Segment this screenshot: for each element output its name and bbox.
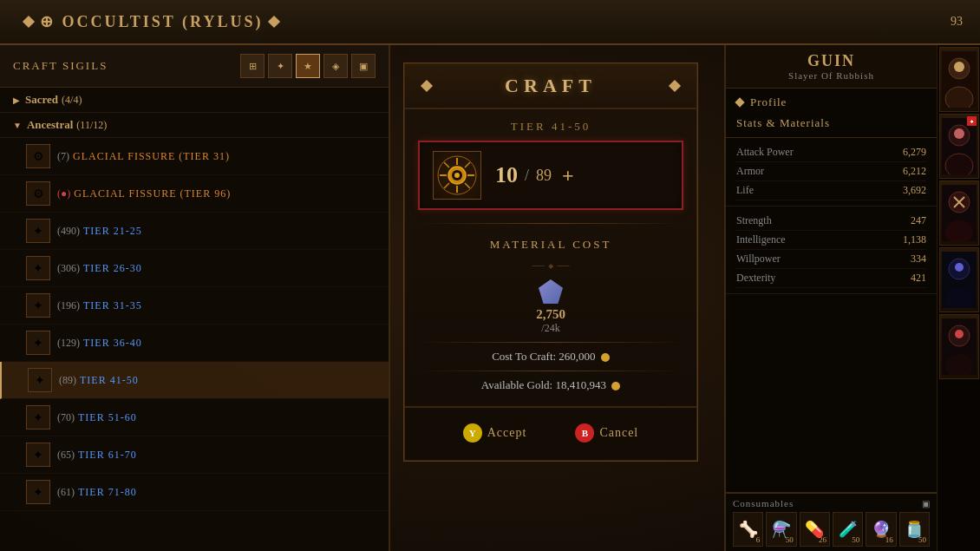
category-sacred-arrow: ▶ xyxy=(13,95,20,105)
item-count-0: (7) xyxy=(57,150,69,163)
consumable-0[interactable]: 🦴 6 xyxy=(733,512,763,547)
tier-label: TIER 41-50 xyxy=(405,109,696,141)
tab-icon-3[interactable]: ★ xyxy=(296,54,320,78)
craft-panel: CRAFT TIER 41-50 xyxy=(403,62,698,462)
cancel-symbol: B xyxy=(575,423,594,443)
category-ancestral-label: Ancestral xyxy=(27,118,73,132)
item-count-1: (●) xyxy=(57,187,70,200)
tab-icon-5[interactable]: ▣ xyxy=(351,54,376,78)
portrait-slot-1[interactable]: ⬥ xyxy=(939,114,979,179)
category-sacred-label: Sacred xyxy=(25,93,58,107)
item-icon-0: ⚙ xyxy=(26,144,50,168)
list-item-tier-51-60[interactable]: ✦ (70) TIER 51-60 xyxy=(0,399,389,436)
category-sacred-count: (4/4) xyxy=(62,94,82,107)
list-item-tier-61-70[interactable]: ✦ (65) TIER 61-70 xyxy=(0,436,389,474)
material-top-divider xyxy=(418,223,683,224)
list-item-tier-26-30[interactable]: ✦ (306) TIER 26-30 xyxy=(0,250,389,287)
cancel-button[interactable]: B Cancel xyxy=(568,420,645,446)
stats-materials-button[interactable]: Stats & Materials xyxy=(736,113,926,134)
material-mid-divider xyxy=(418,342,683,343)
stat-armor: Armor 6,212 xyxy=(736,162,926,181)
profile-diamond-icon xyxy=(735,97,744,107)
primary-stats-section: Attack Power 6,279 Armor 6,212 Life 3,69… xyxy=(726,138,937,207)
stat-value-dex: 421 xyxy=(911,272,926,285)
consumables-grid: 🦴 6 ⚗️ 50 💊 26 🧪 50 🔮 16 🫙 50 xyxy=(733,512,930,547)
stat-value-will: 334 xyxy=(911,253,926,266)
cost-to-craft-label: Cost To Craft: 260,000 xyxy=(492,350,595,363)
item-icon-1: ⚙ xyxy=(26,181,50,206)
tab-icons: ⊞ ✦ ★ ◈ ▣ xyxy=(240,54,376,78)
svg-point-2 xyxy=(454,173,460,178)
list-item-glacial-fissure-31[interactable]: ⚙ (7) GLACIAL FISSURE (TIER 31) xyxy=(0,138,389,175)
portrait-slot-3[interactable] xyxy=(939,247,979,312)
quantity-display: 10 / 89 + xyxy=(492,162,669,188)
stat-value-int: 1,138 xyxy=(903,233,926,246)
material-section: MATERIAL COST — ⬥ — 2,750 /24k Cost To C… xyxy=(405,223,696,406)
consumables-title: Consumables xyxy=(733,498,794,508)
consumable-3[interactable]: 🧪 50 xyxy=(833,512,863,547)
svg-point-17 xyxy=(945,154,973,174)
item-count-8: (65) xyxy=(57,449,75,462)
tab-icon-1[interactable]: ⊞ xyxy=(240,54,265,78)
cost-to-craft-row: Cost To Craft: 260,000 xyxy=(418,350,683,364)
profile-label: Profile xyxy=(750,95,787,109)
profile-button[interactable]: Profile xyxy=(736,92,926,113)
svg-point-18 xyxy=(954,128,964,139)
consumable-count-3: 50 xyxy=(852,535,859,544)
consumable-1[interactable]: ⚗️ 50 xyxy=(766,512,796,547)
item-icon-9: ✦ xyxy=(26,480,50,504)
item-name-3: TIER 26-30 xyxy=(83,262,142,275)
quantity-divider-slash: / xyxy=(525,167,529,185)
svg-point-31 xyxy=(955,330,964,338)
consumable-5[interactable]: 🫙 50 xyxy=(899,512,930,547)
svg-line-10 xyxy=(444,183,449,188)
consumable-4[interactable]: 🔮 16 xyxy=(866,512,896,547)
portrait-svg-3 xyxy=(942,252,977,308)
list-item-tier-71-80[interactable]: ✦ (61) TIER 71-80 xyxy=(0,474,389,511)
stat-name-attack: Attack Power xyxy=(736,146,794,159)
list-item-tier-21-25[interactable]: ✦ (490) TIER 21-25 xyxy=(0,213,389,250)
portrait-svg-2 xyxy=(942,185,977,241)
left-panel: CRAFT SIGILS ⊞ ✦ ★ ◈ ▣ ▶ Sacred (4/4) ▼ … xyxy=(0,45,390,551)
tab-icon-2[interactable]: ✦ xyxy=(268,54,292,78)
item-icon-6: ✦ xyxy=(28,368,52,392)
item-icon-2: ✦ xyxy=(26,219,50,243)
category-ancestral[interactable]: ▼ Ancestral (11/12) xyxy=(0,113,389,138)
portrait-slot-2[interactable] xyxy=(939,180,979,246)
top-bar-right-diamond xyxy=(268,16,280,28)
item-name-0: GLACIAL FISSURE (TIER 31) xyxy=(73,150,230,163)
list-item-tier-41-50[interactable]: ✦ (89) TIER 41-50 xyxy=(0,362,389,399)
svg-point-27 xyxy=(955,263,964,272)
portrait-slot-4[interactable] xyxy=(939,314,979,379)
portrait-badge-1: ⬥ xyxy=(967,116,977,126)
cancel-label: Cancel xyxy=(599,426,638,440)
material-gem-icon xyxy=(539,279,563,304)
stat-name-armor: Armor xyxy=(736,165,764,178)
item-name-8: TIER 61-70 xyxy=(78,449,137,462)
stat-dexterity: Dexterity 421 xyxy=(736,269,926,288)
list-item-glacial-fissure-96[interactable]: ⚙ (●) GLACIAL FISSURE (TIER 96) xyxy=(0,175,389,213)
character-name: GUIN xyxy=(736,52,926,70)
craft-header-diamond-left xyxy=(421,80,433,92)
stat-strength: Strength 247 xyxy=(736,212,926,231)
accept-label: Accept xyxy=(487,426,527,440)
material-icon-row xyxy=(418,279,683,304)
stat-name-life: Life xyxy=(736,184,754,197)
consumables-toggle[interactable]: ▣ xyxy=(922,499,930,508)
list-item-tier-31-35[interactable]: ✦ (196) TIER 31-35 xyxy=(0,287,389,325)
item-name-5: TIER 36-40 xyxy=(83,337,142,350)
tab-icon-4[interactable]: ◈ xyxy=(323,54,348,78)
consumable-count-4: 16 xyxy=(885,535,893,544)
item-name-4: TIER 31-35 xyxy=(83,299,142,312)
consumable-2[interactable]: 💊 26 xyxy=(800,512,830,547)
quantity-plus-button[interactable]: + xyxy=(562,164,574,187)
category-sacred[interactable]: ▶ Sacred (4/4) xyxy=(0,88,389,113)
stats-materials-label: Stats & Materials xyxy=(736,116,830,130)
accept-button[interactable]: Y Accept xyxy=(456,420,534,446)
list-item-tier-36-40[interactable]: ✦ (129) TIER 36-40 xyxy=(0,325,389,362)
portrait-column: ⬥ xyxy=(937,45,980,551)
portrait-slot-0[interactable] xyxy=(939,47,979,112)
secondary-stats-section: Strength 247 Intelligence 1,138 Willpowe… xyxy=(726,207,937,294)
stat-intelligence: Intelligence 1,138 xyxy=(736,231,926,250)
stat-name-str: Strength xyxy=(736,214,772,227)
